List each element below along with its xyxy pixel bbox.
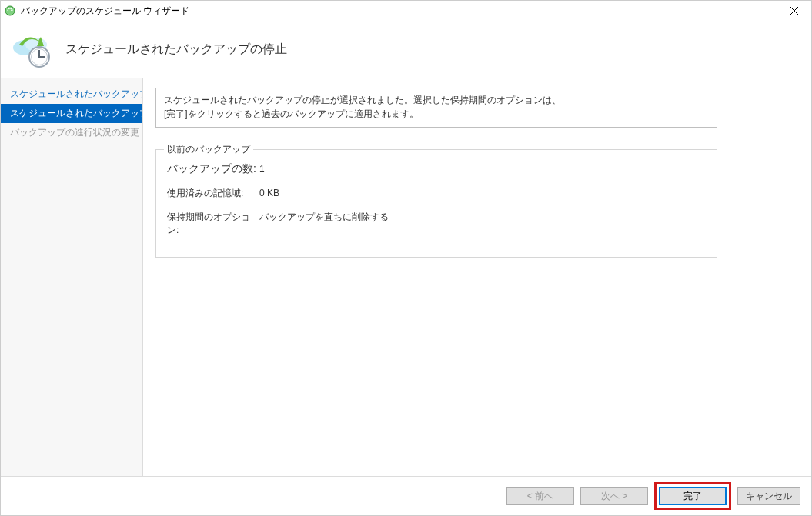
wizard-content: スケジュールされたバックアップの停止が選択されました。選択した保持期間のオプショ… <box>143 78 811 476</box>
sidebar-step-modify[interactable]: スケジュールされたバックアップを変... <box>1 85 142 104</box>
wizard-header-title: スケジュールされたバックアップの停止 <box>65 42 287 58</box>
cancel-button[interactable]: キャンセル <box>737 487 800 505</box>
app-icon <box>4 5 16 17</box>
wizard-window: バックアップのスケジュール ウィザード スケジュールされたバックアップの停止 <box>0 0 812 516</box>
close-icon <box>790 7 798 15</box>
wizard-sidebar: スケジュールされたバックアップを変... スケジュールされたバックアップの停 バ… <box>1 78 143 476</box>
fieldset-legend: 以前のバックアップ <box>164 143 253 156</box>
wizard-header-icon <box>12 31 48 68</box>
sidebar-step-progress: バックアップの進行状況の変更 <box>1 123 142 142</box>
wizard-header: スケジュールされたバックアップの停止 <box>1 21 811 78</box>
finish-highlight: 完了 <box>654 482 731 510</box>
backup-count-value: 1 <box>259 164 706 175</box>
close-button[interactable] <box>777 1 811 21</box>
used-storage-value: 0 KB <box>259 188 706 198</box>
info-message: スケジュールされたバックアップの停止が選択されました。選択した保持期間のオプショ… <box>155 88 717 128</box>
finish-button[interactable]: 完了 <box>659 487 727 505</box>
row-backup-count: バックアップの数: 1 <box>167 162 706 176</box>
previous-backup-fieldset: 以前のバックアップ バックアップの数: 1 使用済みの記憶域: 0 KB 保持期… <box>155 149 717 258</box>
backup-count-label: バックアップの数: <box>167 162 259 176</box>
info-line-1: スケジュールされたバックアップの停止が選択されました。選択した保持期間のオプショ… <box>164 93 709 107</box>
sidebar-step-stop[interactable]: スケジュールされたバックアップの停 <box>1 104 142 123</box>
svg-point-9 <box>38 56 41 58</box>
window-title: バックアップのスケジュール ウィザード <box>21 5 777 18</box>
prev-button: < 前へ <box>506 487 574 505</box>
retention-option-label: 保持期間のオプション: <box>167 211 259 237</box>
next-button: 次へ > <box>580 487 648 505</box>
retention-option-value: バックアップを直ちに削除する <box>259 211 706 224</box>
row-used-storage: 使用済みの記憶域: 0 KB <box>167 187 706 200</box>
wizard-body: スケジュールされたバックアップを変... スケジュールされたバックアップの停 バ… <box>1 78 811 476</box>
svg-point-0 <box>5 6 15 15</box>
row-retention-option: 保持期間のオプション: バックアップを直ちに削除する <box>167 211 706 237</box>
wizard-footer: < 前へ 次へ > 完了 キャンセル <box>1 476 811 515</box>
used-storage-label: 使用済みの記憶域: <box>167 187 259 200</box>
titlebar: バックアップのスケジュール ウィザード <box>1 1 811 21</box>
info-line-2: [完了]をクリックすると過去のバックアップに適用されます。 <box>164 107 709 121</box>
